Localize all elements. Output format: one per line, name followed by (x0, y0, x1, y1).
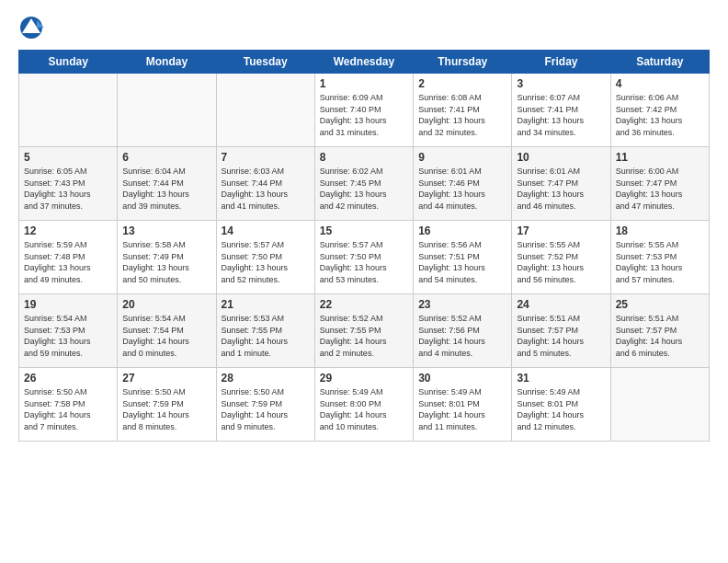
week-row-2: 5Sunrise: 6:05 AM Sunset: 7:43 PM Daylig… (19, 147, 710, 221)
day-number: 21 (222, 298, 310, 311)
day-number: 25 (616, 298, 704, 311)
day-info: Sunrise: 6:04 AM Sunset: 7:44 PM Dayligh… (122, 166, 210, 212)
day-info: Sunrise: 6:07 AM Sunset: 7:41 PM Dayligh… (517, 92, 605, 138)
day-number: 9 (418, 151, 506, 164)
calendar-cell: 5Sunrise: 6:05 AM Sunset: 7:43 PM Daylig… (19, 147, 118, 221)
calendar-cell: 24Sunrise: 5:51 AM Sunset: 7:57 PM Dayli… (512, 294, 610, 368)
weekday-header-wednesday: Wednesday (314, 51, 413, 74)
calendar-cell: 16Sunrise: 5:56 AM Sunset: 7:51 PM Dayli… (414, 221, 512, 294)
day-info: Sunrise: 5:51 AM Sunset: 7:57 PM Dayligh… (616, 313, 704, 359)
weekday-header-monday: Monday (118, 51, 216, 74)
calendar-cell: 23Sunrise: 5:52 AM Sunset: 7:56 PM Dayli… (414, 294, 512, 368)
day-number: 11 (616, 151, 704, 164)
calendar-cell: 12Sunrise: 5:59 AM Sunset: 7:48 PM Dayli… (19, 221, 118, 294)
calendar-cell: 11Sunrise: 6:00 AM Sunset: 7:47 PM Dayli… (610, 147, 709, 221)
day-number: 10 (517, 151, 605, 164)
day-number: 30 (418, 372, 506, 385)
day-number: 7 (222, 151, 310, 164)
calendar-body: 1Sunrise: 6:09 AM Sunset: 7:40 PM Daylig… (19, 74, 710, 442)
calendar-cell: 29Sunrise: 5:49 AM Sunset: 8:00 PM Dayli… (314, 368, 413, 442)
day-info: Sunrise: 5:50 AM Sunset: 7:59 PM Dayligh… (222, 386, 310, 432)
day-info: Sunrise: 5:53 AM Sunset: 7:55 PM Dayligh… (222, 313, 310, 359)
logo-icon (18, 15, 44, 40)
day-info: Sunrise: 5:58 AM Sunset: 7:49 PM Dayligh… (122, 239, 210, 285)
calendar-cell (118, 74, 216, 147)
calendar-cell: 20Sunrise: 5:54 AM Sunset: 7:54 PM Dayli… (118, 294, 216, 368)
day-number: 27 (122, 372, 210, 385)
calendar-cell: 13Sunrise: 5:58 AM Sunset: 7:49 PM Dayli… (118, 221, 216, 294)
calendar-table: SundayMondayTuesdayWednesdayThursdayFrid… (18, 50, 710, 442)
day-info: Sunrise: 5:52 AM Sunset: 7:56 PM Dayligh… (418, 313, 506, 359)
day-info: Sunrise: 5:49 AM Sunset: 8:01 PM Dayligh… (418, 386, 506, 432)
day-number: 8 (320, 151, 408, 164)
weekday-header-tuesday: Tuesday (216, 51, 314, 74)
day-info: Sunrise: 5:54 AM Sunset: 7:53 PM Dayligh… (24, 313, 112, 359)
calendar-cell: 25Sunrise: 5:51 AM Sunset: 7:57 PM Dayli… (610, 294, 709, 368)
day-info: Sunrise: 6:05 AM Sunset: 7:43 PM Dayligh… (24, 166, 112, 212)
calendar-page: SundayMondayTuesdayWednesdayThursdayFrid… (0, 0, 728, 563)
calendar-cell: 17Sunrise: 5:55 AM Sunset: 7:52 PM Dayli… (512, 221, 610, 294)
calendar-cell: 26Sunrise: 5:50 AM Sunset: 7:58 PM Dayli… (19, 368, 118, 442)
day-number: 15 (320, 224, 408, 237)
day-info: Sunrise: 6:01 AM Sunset: 7:46 PM Dayligh… (418, 166, 506, 212)
weekday-header-friday: Friday (512, 51, 610, 74)
calendar-cell: 3Sunrise: 6:07 AM Sunset: 7:41 PM Daylig… (512, 74, 610, 147)
day-number: 2 (418, 77, 506, 90)
day-number: 12 (24, 224, 112, 237)
day-info: Sunrise: 5:57 AM Sunset: 7:50 PM Dayligh… (320, 239, 408, 285)
day-number: 14 (222, 224, 310, 237)
week-row-3: 12Sunrise: 5:59 AM Sunset: 7:48 PM Dayli… (19, 221, 710, 294)
day-info: Sunrise: 6:08 AM Sunset: 7:41 PM Dayligh… (418, 92, 506, 138)
day-number: 18 (616, 224, 704, 237)
logo (18, 15, 48, 40)
day-number: 31 (517, 372, 605, 385)
day-info: Sunrise: 5:55 AM Sunset: 7:52 PM Dayligh… (517, 239, 605, 285)
calendar-cell: 21Sunrise: 5:53 AM Sunset: 7:55 PM Dayli… (216, 294, 314, 368)
day-number: 3 (517, 77, 605, 90)
day-info: Sunrise: 5:50 AM Sunset: 7:58 PM Dayligh… (24, 386, 112, 432)
calendar-cell (610, 368, 709, 442)
day-number: 29 (320, 372, 408, 385)
calendar-cell: 8Sunrise: 6:02 AM Sunset: 7:45 PM Daylig… (314, 147, 413, 221)
day-info: Sunrise: 5:54 AM Sunset: 7:54 PM Dayligh… (122, 313, 210, 359)
day-info: Sunrise: 5:57 AM Sunset: 7:50 PM Dayligh… (222, 239, 310, 285)
weekday-header-sunday: Sunday (19, 51, 118, 74)
day-number: 6 (122, 151, 210, 164)
calendar-cell: 30Sunrise: 5:49 AM Sunset: 8:01 PM Dayli… (414, 368, 512, 442)
weekday-row: SundayMondayTuesdayWednesdayThursdayFrid… (19, 51, 710, 74)
day-info: Sunrise: 5:51 AM Sunset: 7:57 PM Dayligh… (517, 313, 605, 359)
day-number: 22 (320, 298, 408, 311)
calendar-cell: 7Sunrise: 6:03 AM Sunset: 7:44 PM Daylig… (216, 147, 314, 221)
day-number: 17 (517, 224, 605, 237)
day-number: 13 (122, 224, 210, 237)
week-row-1: 1Sunrise: 6:09 AM Sunset: 7:40 PM Daylig… (19, 74, 710, 147)
day-info: Sunrise: 6:01 AM Sunset: 7:47 PM Dayligh… (517, 166, 605, 212)
calendar-cell: 6Sunrise: 6:04 AM Sunset: 7:44 PM Daylig… (118, 147, 216, 221)
calendar-cell: 19Sunrise: 5:54 AM Sunset: 7:53 PM Dayli… (19, 294, 118, 368)
calendar-cell: 28Sunrise: 5:50 AM Sunset: 7:59 PM Dayli… (216, 368, 314, 442)
header (18, 15, 710, 40)
calendar-cell: 15Sunrise: 5:57 AM Sunset: 7:50 PM Dayli… (314, 221, 413, 294)
week-row-5: 26Sunrise: 5:50 AM Sunset: 7:58 PM Dayli… (19, 368, 710, 442)
day-info: Sunrise: 5:55 AM Sunset: 7:53 PM Dayligh… (616, 239, 704, 285)
day-number: 16 (418, 224, 506, 237)
day-number: 26 (24, 372, 112, 385)
calendar-cell: 10Sunrise: 6:01 AM Sunset: 7:47 PM Dayli… (512, 147, 610, 221)
day-info: Sunrise: 6:02 AM Sunset: 7:45 PM Dayligh… (320, 166, 408, 212)
day-info: Sunrise: 5:50 AM Sunset: 7:59 PM Dayligh… (122, 386, 210, 432)
week-row-4: 19Sunrise: 5:54 AM Sunset: 7:53 PM Dayli… (19, 294, 710, 368)
calendar-header: SundayMondayTuesdayWednesdayThursdayFrid… (19, 51, 710, 74)
day-number: 20 (122, 298, 210, 311)
calendar-cell: 18Sunrise: 5:55 AM Sunset: 7:53 PM Dayli… (610, 221, 709, 294)
weekday-header-saturday: Saturday (610, 51, 709, 74)
day-number: 28 (222, 372, 310, 385)
day-number: 4 (616, 77, 704, 90)
day-number: 19 (24, 298, 112, 311)
day-info: Sunrise: 6:06 AM Sunset: 7:42 PM Dayligh… (616, 92, 704, 138)
day-info: Sunrise: 6:09 AM Sunset: 7:40 PM Dayligh… (320, 92, 408, 138)
day-number: 23 (418, 298, 506, 311)
day-info: Sunrise: 5:49 AM Sunset: 8:00 PM Dayligh… (320, 386, 408, 432)
day-info: Sunrise: 5:49 AM Sunset: 8:01 PM Dayligh… (517, 386, 605, 432)
day-number: 5 (24, 151, 112, 164)
svg-marker-2 (37, 20, 44, 28)
